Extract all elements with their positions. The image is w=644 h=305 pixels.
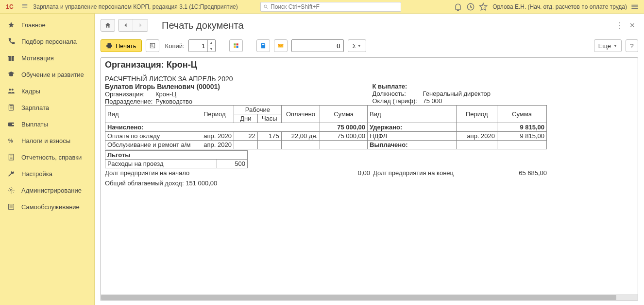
sidebar-item-reports[interactable]: Отчетность, справки	[0, 149, 94, 165]
copies-input[interactable]	[189, 40, 207, 52]
payout-label: К выплате:	[373, 83, 634, 90]
email-button[interactable]	[274, 39, 288, 52]
svg-rect-33	[234, 46, 236, 48]
nav-back-forward	[118, 19, 148, 32]
sidebar-item-training[interactable]: Обучение и развитие	[0, 66, 94, 83]
svg-point-11	[11, 107, 11, 108]
svg-rect-17	[12, 124, 14, 125]
svg-point-12	[12, 107, 12, 108]
taxable-value: 151 000,00	[186, 179, 217, 187]
th-sum: Сумма	[320, 106, 368, 123]
wallet-icon	[7, 120, 16, 128]
salary-label: Оклад (тариф):	[373, 97, 423, 105]
sidebar-item-selfservice[interactable]: Самообслуживание	[0, 198, 94, 215]
copies-stepper[interactable]: ▲▼	[188, 39, 216, 52]
sidebar-item-main[interactable]: Главное	[0, 17, 94, 33]
people-icon	[7, 87, 16, 95]
sidebar-item-label: Настройка	[21, 170, 52, 178]
org-title: Организация: Крон-Ц	[105, 60, 634, 70]
copies-down[interactable]: ▼	[208, 46, 215, 52]
history-icon[interactable]	[466, 2, 475, 12]
org-label: Организация:	[105, 90, 155, 98]
th-days: Дни	[234, 114, 257, 123]
svg-text:%: %	[8, 138, 13, 144]
withheld-label: Удержано:	[368, 123, 457, 132]
dept-value: Руководство	[155, 98, 192, 105]
app-title: Зарплата и управление персоналом КОРП, р…	[33, 3, 238, 10]
sidebar-item-hr[interactable]: Кадры	[0, 83, 94, 99]
more-button[interactable]: Еще▼	[594, 39, 622, 52]
taxable-row: Общий облагаемый доход: 151 000,00	[105, 179, 634, 187]
toolbar: Печать Копий: ▲▼ Σ▼ Еще▼ ?	[101, 37, 638, 54]
sidebar-item-salary[interactable]: Зарплата	[0, 99, 94, 116]
svg-rect-5	[11, 56, 11, 61]
debt-row: Долг предприятия на начало 0,00 Долг пре…	[105, 169, 547, 177]
sum-button[interactable]: Σ▼	[348, 39, 366, 52]
accrued-label: Начислено:	[105, 123, 320, 132]
sidebar-item-payments[interactable]: Выплаты	[0, 116, 94, 132]
copies-label: Копий:	[165, 42, 185, 50]
window-options-icon[interactable]	[630, 2, 640, 12]
svg-point-15	[12, 108, 12, 109]
th-hours: Часы	[257, 114, 281, 123]
horizontal-scrollbar[interactable]	[101, 294, 638, 301]
global-search[interactable]	[260, 2, 401, 12]
sidebar-item-recruitment[interactable]: Подбор персонала	[0, 33, 94, 50]
save-button[interactable]	[256, 39, 270, 52]
chevron-down-icon: ▼	[357, 44, 361, 48]
payslip-header: РАСЧЕТНЫЙ ЛИСТОК ЗА АПРЕЛЬ 2020	[105, 75, 634, 83]
search-input[interactable]	[271, 3, 398, 10]
bell-icon[interactable]	[453, 2, 463, 12]
th-workers: Рабочие	[234, 106, 281, 114]
sidebar-item-label: Самообслуживание	[21, 203, 80, 211]
svg-rect-31	[234, 43, 236, 45]
svg-point-23	[10, 189, 12, 191]
template-button[interactable]	[229, 39, 243, 52]
scrollbar-thumb[interactable]	[101, 295, 616, 300]
home-button[interactable]	[101, 19, 115, 32]
app-logo: 1C	[3, 3, 17, 11]
sidebar-item-settings[interactable]: Настройка	[0, 165, 94, 182]
sidebar-item-motivation[interactable]: Мотивация	[0, 50, 94, 66]
th-vid2: Вид	[368, 106, 457, 123]
position-label: Должность:	[373, 90, 423, 97]
accrued-total: 75 000,00	[320, 123, 368, 132]
kebab-icon[interactable]: ⋮	[615, 21, 625, 30]
debt-end-label: Долг предприятия на конец	[370, 169, 519, 177]
position-value: Генеральный директор	[423, 90, 491, 97]
help-button[interactable]: ?	[626, 39, 638, 52]
back-button[interactable]	[119, 19, 133, 31]
star-icon[interactable]	[478, 2, 488, 12]
page-title: Печать документа	[162, 20, 244, 31]
svg-point-14	[11, 108, 11, 109]
payslip-table: Вид Период Рабочие Оплачено Сумма Вид Пе…	[105, 105, 547, 149]
forward-button[interactable]	[133, 19, 148, 31]
printer-icon	[106, 42, 113, 49]
sidebar-item-label: Мотивация	[21, 54, 54, 62]
close-icon[interactable]: ✕	[629, 21, 638, 29]
sidebar-item-label: Главное	[21, 21, 46, 29]
document-viewer[interactable]: Организация: Крон-Ц РАСЧЕТНЫЙ ЛИСТОК ЗА …	[101, 57, 638, 301]
hamburger-icon[interactable]	[21, 2, 28, 11]
current-user: Орлова Е.Н. (Нач. отд. расчетов по оплат…	[492, 3, 627, 10]
copies-up[interactable]: ▲	[208, 40, 215, 46]
sidebar-item-label: Обучение и развитие	[21, 71, 84, 78]
gift-icon	[7, 54, 16, 62]
svg-point-7	[12, 89, 14, 90]
print-button[interactable]: Печать	[101, 39, 142, 52]
preview-button[interactable]	[146, 39, 159, 52]
svg-point-0	[264, 5, 267, 8]
more-label: Еще	[598, 42, 611, 50]
page-number-input[interactable]	[291, 39, 344, 52]
svg-line-1	[267, 7, 268, 9]
sidebar: Главное Подбор персонала Мотивация Обуче…	[0, 14, 95, 305]
graduation-icon	[7, 70, 16, 79]
sidebar-item-admin[interactable]: Администрирование	[0, 182, 94, 198]
table-row: Расходы на проезд 500	[105, 160, 248, 168]
svg-point-29	[151, 45, 153, 47]
debt-end-value: 65 685,00	[519, 169, 547, 177]
sidebar-item-label: Кадры	[21, 88, 40, 95]
org-value: Крон-Ц	[155, 90, 176, 98]
taxable-label: Общий облагаемый доход:	[105, 179, 184, 187]
sidebar-item-taxes[interactable]: %Налоги и взносы	[0, 132, 94, 149]
